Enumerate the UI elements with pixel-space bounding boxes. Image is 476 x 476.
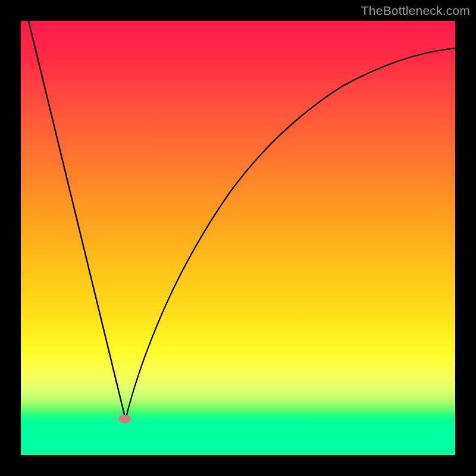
bottleneck-curve-right bbox=[126, 48, 455, 419]
optimum-marker bbox=[120, 415, 131, 423]
chart-frame: TheBottleneck.com bbox=[0, 0, 476, 476]
watermark-text: TheBottleneck.com bbox=[361, 4, 470, 18]
bottleneck-curve-left bbox=[29, 21, 126, 419]
curve-layer bbox=[21, 21, 455, 455]
plot-area bbox=[21, 21, 455, 455]
